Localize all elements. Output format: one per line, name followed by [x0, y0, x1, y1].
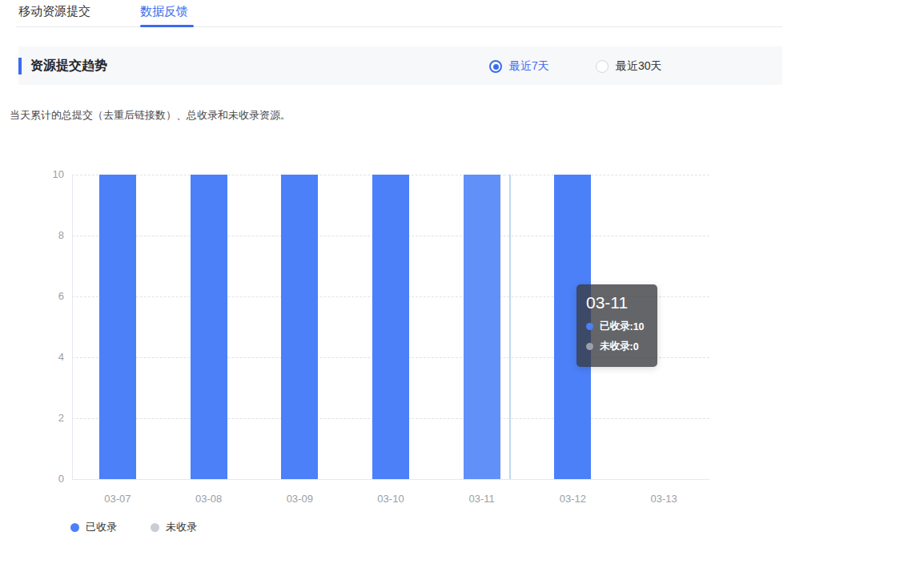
section-accent-bar	[18, 58, 22, 75]
radio-unselected-icon	[596, 60, 609, 73]
bar-03-10-已收录[interactable]	[372, 175, 409, 479]
tab-bar-divider	[16, 26, 782, 27]
x-axis-tick-label: 03-09	[254, 493, 345, 505]
legend-item-not-indexed[interactable]: 未收录	[151, 520, 197, 534]
x-axis-tick-label: 03-07	[72, 493, 163, 505]
bar-03-08-已收录[interactable]	[191, 175, 227, 479]
bar-03-07-已收录[interactable]	[99, 175, 136, 479]
y-axis-tick-label: 4	[35, 351, 64, 363]
legend-label: 未收录	[166, 520, 197, 534]
series-dot-icon	[586, 343, 593, 350]
y-axis-tick-label: 10	[35, 168, 64, 180]
bar-chart: 0246810 03-0703-0803-0903-1003-1103-1203…	[0, 0, 924, 576]
y-axis-tick-label: 2	[35, 412, 64, 424]
tooltip-row-not-indexed: 未收录 : 0	[586, 340, 648, 353]
x-axis-line	[72, 479, 709, 480]
tooltip-label: 未收录	[600, 340, 630, 353]
page: 移动资源提交 数据反馈 资源提交趋势 最近7天 最近30天 当天累计的总提交（去…	[0, 0, 924, 576]
section-title: 资源提交趋势	[30, 58, 107, 75]
legend-dot-icon	[151, 523, 159, 532]
radio-last-30-days[interactable]: 最近30天	[596, 59, 662, 74]
legend-label: 已收录	[86, 520, 117, 534]
tab-mobile-resource-submit[interactable]: 移动资源提交	[18, 4, 90, 19]
active-tab-underline	[140, 25, 194, 27]
section-header: 资源提交趋势 最近7天 最近30天	[18, 46, 782, 85]
bar-03-09-已收录[interactable]	[281, 175, 318, 479]
legend-dot-icon	[70, 523, 79, 532]
radio-last-7-days[interactable]: 最近7天	[489, 59, 549, 74]
axis-pointer-line	[509, 175, 511, 479]
series-dot-icon	[586, 323, 593, 330]
x-axis-tick-label: 03-11	[436, 493, 528, 505]
tooltip-value: 10	[633, 321, 645, 332]
radio-last-7-days-label: 最近7天	[509, 59, 549, 74]
chart-description: 当天累计的总提交（去重后链接数）、总收录和未收录资源。	[10, 108, 291, 123]
y-axis-tick-label: 8	[35, 229, 64, 241]
x-axis-tick-label: 03-10	[345, 493, 436, 505]
tab-data-feedback[interactable]: 数据反馈	[140, 4, 188, 19]
x-axis-tick-label: 03-13	[618, 493, 709, 505]
x-axis-tick-label: 03-12	[528, 493, 619, 505]
y-axis-tick-label: 6	[35, 290, 64, 302]
y-axis-tick-label: 0	[35, 473, 64, 485]
y-axis-line	[72, 175, 73, 480]
tab-bar: 移动资源提交 数据反馈	[0, 0, 924, 27]
chart-tooltip: 03-11 已收录 : 10 未收录 : 0	[576, 284, 657, 367]
tooltip-row-indexed: 已收录 : 10	[586, 320, 648, 333]
legend-item-indexed[interactable]: 已收录	[70, 520, 117, 534]
radio-last-30-days-label: 最近30天	[616, 59, 662, 74]
bar-03-11-已收录[interactable]	[464, 175, 500, 479]
tooltip-date: 03-11	[586, 293, 648, 312]
x-axis-tick-label: 03-08	[163, 493, 255, 505]
chart-legend: 已收录 未收录	[70, 520, 231, 534]
tooltip-label: 已收录	[600, 320, 630, 333]
tooltip-value: 0	[633, 341, 639, 352]
radio-selected-icon	[489, 60, 502, 73]
